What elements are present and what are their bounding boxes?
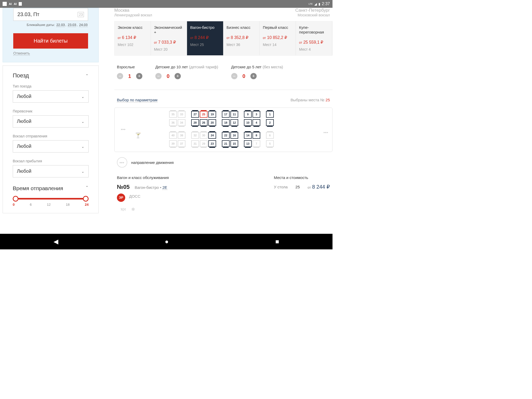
seat-19[interactable]: 19 (208, 111, 216, 118)
children-count: 0 (165, 73, 171, 79)
class-tab-2[interactable]: Вагон-бистроот 8 244 ₽Мест 25 (187, 21, 223, 55)
date-value: 23.03, Пт (17, 11, 39, 17)
slider-handle-max[interactable] (83, 196, 89, 202)
carrier-select[interactable]: Любой ⌄ (13, 115, 89, 128)
android-nav-bar: ◀ ● ■ (0, 234, 332, 249)
seat-22[interactable]: 22 (222, 132, 230, 139)
date-link-2[interactable]: 23.03 (68, 23, 76, 27)
filters-panel: Поезд ⌃ Тип поезда Любой ⌄ Перевозчик Лю… (3, 65, 99, 213)
seat-2[interactable]: 2 (266, 119, 274, 126)
adults-label: Взрослые (117, 65, 142, 69)
seat-32: 32 (191, 132, 199, 139)
chevron-down-icon: ⌄ (81, 119, 84, 124)
seat-15[interactable]: 15 (230, 140, 238, 147)
to-city: Санкт-Петербург (295, 8, 330, 13)
seat-5: 5 (266, 140, 274, 147)
adults-minus[interactable]: − (117, 73, 123, 79)
chevron-down-icon: ⌄ (81, 95, 84, 99)
direction-icon: ▸▸▸ (117, 157, 127, 168)
adults-count: 1 (127, 73, 132, 79)
recent-button[interactable]: ■ (275, 238, 279, 245)
seat-11[interactable]: 11 (230, 111, 238, 118)
class-tab-1[interactable]: Экономический +от 7 033,3 ₽Мест 20 (151, 21, 187, 55)
dep-station-select[interactable]: Любой ⌄ (13, 140, 89, 152)
class-tab-4[interactable]: Первый классот 10 852,2 ₽Мест 14 (260, 21, 296, 55)
cancel-link[interactable]: Отменить (13, 51, 30, 56)
clock: 2:37 (322, 2, 330, 6)
infants-count: 0 (241, 73, 247, 79)
date-input[interactable]: 23.03, Пт 23 (13, 8, 88, 21)
android-status-bar: AI AI LTE ◢ ▮ 2:37 (0, 0, 332, 8)
class-tab-3[interactable]: Бизнес классот 8 352,8 ₽Мест 36 (223, 21, 260, 55)
seat-14[interactable]: 14 (244, 132, 252, 139)
car-class: Вагон-бистро • 2Е (135, 185, 167, 190)
seat-map: 35332725191711931 363428262018121042 ▸▸▸… (114, 108, 332, 152)
infants-plus[interactable]: + (250, 73, 257, 79)
chevron-down-icon: ⌄ (81, 144, 84, 149)
ai-indicator: AI (14, 2, 17, 5)
time-slider[interactable] (15, 198, 87, 200)
ac-icon: ❄ (129, 206, 137, 213)
seat-4[interactable]: 4 (252, 119, 260, 126)
seat-20[interactable]: 20 (208, 119, 216, 126)
seat-18[interactable]: 18 (222, 119, 230, 126)
seat-40: 40 (169, 132, 177, 139)
seat-7: 7 (252, 140, 260, 147)
class-tabs: Эконом классот 6 134 ₽Мест 102Экономичес… (114, 21, 332, 56)
children-label: Детские до 10 лет (детский тариф) (155, 65, 218, 69)
seat-1[interactable]: 1 (266, 111, 274, 118)
seat-12[interactable]: 12 (230, 119, 238, 126)
adults-plus[interactable]: + (136, 73, 142, 79)
seat-38: 38 (178, 132, 185, 139)
slider-handle-min[interactable] (13, 196, 18, 202)
children-minus[interactable]: − (155, 73, 162, 79)
seat-16[interactable]: 16 (230, 132, 238, 139)
seat-9[interactable]: 9 (244, 111, 252, 118)
children-plus[interactable]: + (175, 73, 181, 79)
seat-3[interactable]: 3 (252, 111, 260, 118)
seat-8[interactable]: 8 (252, 132, 260, 139)
price-title: Места и стоимость (274, 175, 330, 180)
calendar-icon: 23 (78, 12, 84, 17)
seat-26[interactable]: 26 (200, 119, 208, 126)
seat-23[interactable]: 23 (208, 140, 216, 147)
search-button[interactable]: Найти билеты (13, 33, 88, 49)
infants-minus[interactable]: − (231, 73, 237, 79)
train-type-label: Тип поезда (13, 84, 89, 88)
seat-17[interactable]: 17 (222, 111, 230, 118)
seat-28[interactable]: 28 (191, 119, 199, 126)
seat-10[interactable]: 10 (244, 119, 252, 126)
seat-39: 39 (169, 140, 177, 147)
seat-31: 31 (191, 140, 199, 147)
er-badge: ЭР (117, 194, 125, 202)
date-link-1[interactable]: 22.03 (56, 23, 65, 27)
seat-35: 35 (169, 111, 177, 118)
seat-25[interactable]: 25 (200, 111, 208, 118)
seat-34: 34 (178, 119, 185, 126)
app-icon (3, 2, 7, 6)
train-filter-title[interactable]: Поезд ⌃ (13, 72, 89, 79)
train-type-select[interactable]: Любой ⌄ (13, 90, 89, 103)
to-station: Московский вокзал (295, 13, 330, 17)
direction-arrows-icon: ▸▸▸ (324, 131, 328, 134)
class-tab-5[interactable]: Купе-переговорнаяот 25 559,1 ₽Мест 4 (296, 21, 332, 55)
class-tab-0[interactable]: Эконом классот 6 134 ₽Мест 102 (115, 21, 151, 55)
home-button[interactable]: ● (165, 238, 169, 245)
dep-time-title[interactable]: Время отправления ⌃ (13, 185, 89, 191)
seat-13[interactable]: 13 (244, 140, 252, 147)
back-button[interactable]: ◀ (54, 238, 58, 245)
date-link-3[interactable]: 24.03 (79, 23, 88, 27)
seat-29: 29 (200, 140, 208, 147)
car-code-link[interactable]: 2Е (162, 185, 167, 190)
arr-station-select[interactable]: Любой ⌄ (13, 165, 89, 177)
from-city: Москва (114, 8, 152, 13)
price-from: от (308, 185, 311, 189)
chevron-down-icon: ⌄ (81, 169, 84, 174)
direction-label: направление движения (131, 160, 174, 165)
seat-27[interactable]: 27 (191, 111, 199, 118)
seat-21[interactable]: 21 (222, 140, 230, 147)
seat-24[interactable]: 24 (208, 132, 216, 139)
seat-33: 33 (178, 111, 185, 118)
lte-indicator: LTE (309, 3, 313, 5)
param-selection-link[interactable]: Выбор по параметрам (117, 98, 157, 102)
